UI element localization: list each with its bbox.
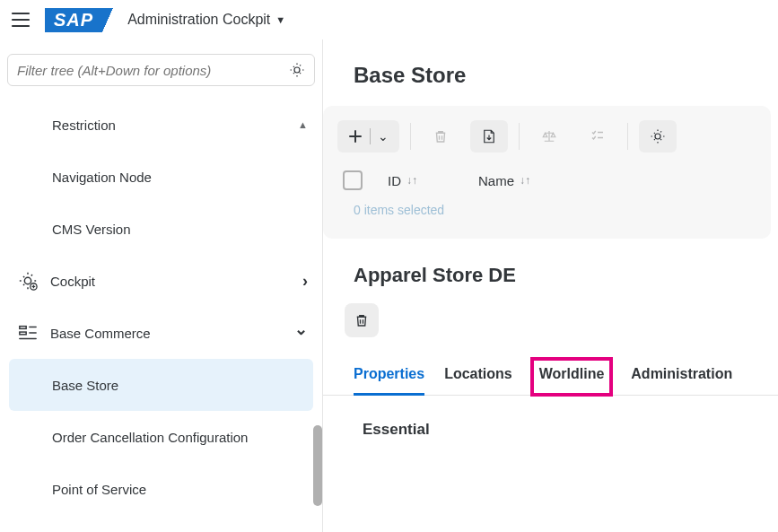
sidebar-scrollbar[interactable] [313, 425, 322, 506]
delete-button [422, 120, 459, 153]
tab-worldline[interactable]: Worldline [532, 359, 612, 395]
svg-rect-7 [20, 332, 26, 335]
tab-properties[interactable]: Properties [354, 359, 424, 395]
sort-icon: ↓↑ [406, 174, 417, 187]
section-essential: Essential [323, 396, 778, 439]
chevron-right-icon [302, 272, 308, 291]
chevron-down-icon: ⌄ [378, 129, 389, 144]
tab-locations[interactable]: Locations [444, 359, 512, 395]
tree-item-point-of-service[interactable]: Point of Service [0, 463, 322, 515]
select-all-checkbox[interactable] [343, 170, 363, 190]
gear-icon[interactable] [289, 62, 305, 78]
tree-item-restriction[interactable]: Restriction ▲ [0, 99, 322, 151]
sidebar: Restriction ▲ Navigation Node CMS Versio… [0, 39, 323, 532]
caret-down-icon: ▼ [275, 14, 285, 25]
delete-detail-button[interactable] [345, 303, 379, 337]
checklist-icon [590, 128, 606, 144]
tree-item-cockpit[interactable]: Cockpit [0, 255, 322, 307]
chevron-up-icon: ▲ [298, 119, 308, 130]
tree-item-order-cancellation-configuration[interactable]: Order Cancellation Configuration [0, 411, 322, 463]
bulk-edit-button [579, 120, 616, 153]
app-title-text: Administration Cockpit [127, 12, 270, 28]
tree-filter-input[interactable] [17, 63, 289, 78]
add-button[interactable]: ⌄ [337, 120, 399, 153]
commerce-icon [18, 323, 38, 343]
main-panel: Base Store ⌄ [323, 39, 778, 532]
compare-button [530, 120, 568, 153]
tree: Restriction ▲ Navigation Node CMS Versio… [0, 93, 322, 532]
col-head-name[interactable]: Name ↓↑ [478, 173, 530, 188]
sort-icon: ↓↑ [520, 174, 530, 187]
tree-item-base-store[interactable]: Base Store [9, 359, 313, 411]
chevron-down-icon [294, 323, 308, 343]
tree-item-base-commerce[interactable]: Base Commerce [0, 307, 322, 359]
page-title: Base Store [323, 39, 778, 106]
selection-status: 0 items selected [337, 190, 756, 224]
export-icon [481, 128, 497, 144]
svg-rect-6 [20, 327, 26, 329]
detail-title: Apparel Store DE [323, 239, 778, 300]
trash-icon [433, 128, 449, 144]
settings-button[interactable] [639, 120, 677, 153]
tree-item-cms-version[interactable]: CMS Version [0, 203, 322, 255]
app-menu[interactable]: Administration Cockpit ▼ [127, 12, 285, 28]
hamburger-icon[interactable] [11, 10, 31, 30]
trash-icon [354, 312, 370, 328]
gear-plus-icon [18, 271, 38, 291]
gear-icon [650, 128, 666, 144]
detail-tabs: Properties Locations Worldline Administr… [323, 348, 778, 396]
export-button[interactable] [470, 120, 508, 153]
plus-icon [348, 129, 363, 144]
tree-item-navigation-node[interactable]: Navigation Node [0, 151, 322, 203]
sap-logo: SAP [45, 8, 102, 32]
balance-icon [541, 128, 557, 144]
tree-filter [7, 54, 315, 86]
table-header: ID ↓↑ Name ↓↑ [337, 170, 756, 190]
col-head-id[interactable]: ID ↓↑ [388, 173, 417, 188]
list-toolbar-zone: ⌄ [323, 106, 771, 239]
tab-administration[interactable]: Administration [631, 359, 732, 395]
